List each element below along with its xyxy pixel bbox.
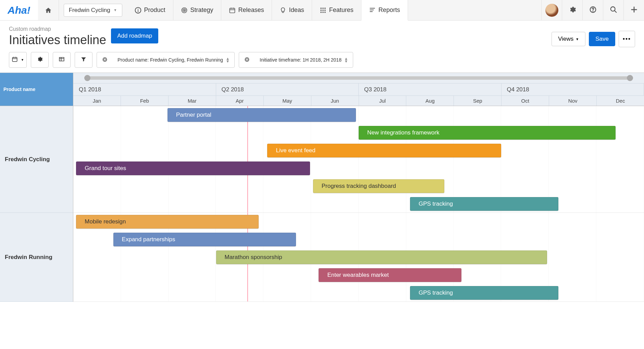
initiative-bar[interactable]: Grand tour sites	[76, 161, 310, 175]
month-header: Aug	[406, 96, 454, 106]
initiative-bar[interactable]: Enter wearables market	[319, 268, 461, 282]
svg-rect-2	[138, 10, 138, 12]
nav-label: Features	[329, 7, 354, 14]
add-button[interactable]	[623, 0, 644, 21]
date-picker-button[interactable]: ▼	[9, 52, 27, 68]
nav-label: Releases	[238, 7, 264, 14]
home-icon	[45, 7, 52, 14]
filter-icon	[80, 56, 87, 64]
filter-product[interactable]: Product name: Fredwin Cycling, Fredwin R…	[97, 52, 235, 68]
month-header: Jan	[73, 96, 121, 106]
calendar-icon	[12, 56, 18, 64]
initiative-bar[interactable]: Partner portal	[168, 108, 356, 122]
bulb-icon	[280, 7, 286, 14]
nav-ideas[interactable]: Ideas	[272, 0, 312, 20]
filter-product-label: Product name: Fredwin Cycling, Fredwin R…	[117, 57, 223, 63]
initiative-bar[interactable]: GPS tracking	[410, 197, 558, 211]
nav-label: Reports	[379, 7, 400, 14]
svg-rect-7	[320, 8, 321, 9]
svg-rect-19	[12, 57, 17, 61]
svg-rect-11	[322, 10, 323, 11]
sort-icon: ▲▼	[226, 57, 230, 63]
initiative-bar[interactable]: Marathon sponsorship	[216, 250, 547, 264]
nav-product[interactable]: Product	[127, 0, 173, 20]
initiative-bar[interactable]: New integrations framework	[359, 126, 616, 140]
month-header: May	[264, 96, 311, 106]
logo[interactable]: Aha!	[0, 0, 38, 20]
views-button[interactable]: Views ▼	[552, 32, 585, 46]
filter-button[interactable]	[75, 52, 92, 68]
initiative-bar[interactable]: Mobile redesign	[76, 215, 259, 229]
layout-button[interactable]	[53, 52, 71, 68]
timeline-corner: Product name	[0, 73, 73, 106]
page-title: Initiatives timeline	[9, 33, 106, 47]
config-button[interactable]	[31, 52, 49, 68]
nav-reports[interactable]: Reports	[361, 0, 408, 21]
svg-rect-15	[324, 12, 325, 13]
caret-down-icon: ▼	[21, 58, 24, 62]
caret-down-icon: ▼	[114, 8, 117, 12]
breadcrumb: Custom roadmap	[9, 26, 106, 32]
user-avatar[interactable]	[541, 0, 562, 21]
slider-handle-end[interactable]	[627, 75, 633, 81]
month-header: Sep	[454, 96, 501, 106]
svg-point-17	[593, 11, 593, 11]
search-icon	[610, 6, 617, 14]
caret-down-icon: ▼	[575, 37, 579, 41]
save-button[interactable]: Save	[589, 32, 615, 46]
search-button[interactable]	[603, 0, 623, 21]
quarter-header: Q4 2018	[501, 83, 644, 95]
initiative-bar[interactable]: Live event feed	[267, 144, 501, 157]
remove-filter-button[interactable]	[239, 57, 255, 63]
initiative-bar[interactable]: GPS tracking	[410, 286, 558, 300]
month-header: Mar	[169, 96, 216, 106]
plus-icon	[630, 6, 638, 14]
slider-handle-start[interactable]	[84, 75, 90, 81]
svg-rect-12	[324, 10, 325, 11]
corner-label: Product name	[3, 73, 35, 106]
month-header: Apr	[216, 96, 264, 106]
svg-point-5	[184, 10, 185, 11]
month-header: Jun	[311, 96, 359, 106]
initiative-bar[interactable]: Expand partnerships	[113, 233, 296, 246]
svg-rect-10	[320, 10, 321, 11]
table-icon	[59, 56, 65, 64]
month-header: Nov	[549, 96, 597, 106]
home-button[interactable]	[38, 0, 59, 20]
svg-rect-14	[322, 12, 323, 13]
month-header: Dec	[597, 96, 644, 106]
settings-button[interactable]	[562, 0, 582, 21]
nav-label: Ideas	[289, 7, 304, 14]
product-row-label: Fredwin Cycling	[0, 106, 73, 213]
today-line	[247, 106, 248, 212]
gear-icon	[37, 56, 43, 64]
report-icon	[369, 7, 376, 13]
close-icon	[102, 57, 108, 63]
month-header: Feb	[121, 96, 169, 106]
sort-icon: ▲▼	[344, 57, 348, 63]
nav-label: Strategy	[190, 7, 213, 14]
help-icon	[589, 6, 597, 14]
toolbar: ▼ Product name: Fredwin Cycling, Fredwin…	[0, 47, 644, 73]
nav-strategy[interactable]: Strategy	[173, 0, 221, 20]
grid-icon	[320, 7, 326, 14]
remove-filter-button[interactable]	[97, 57, 113, 63]
more-button[interactable]: •••	[619, 31, 635, 47]
svg-rect-6	[230, 8, 235, 13]
initiative-bar[interactable]: Progress tracking dashboard	[313, 179, 444, 193]
zoom-slider[interactable]	[73, 73, 644, 83]
product-selector[interactable]: Fredwin Cycling ▼	[64, 4, 122, 17]
product-selector-wrap: Fredwin Cycling ▼	[59, 0, 127, 20]
filter-timeframe[interactable]: Initiative timeframe: 1H 2018, 2H 2018 ▲…	[239, 52, 353, 68]
product-row-label: Fredwin Running	[0, 213, 73, 302]
close-icon	[244, 57, 250, 63]
page-header: Custom roadmap Initiatives timeline Add …	[0, 21, 644, 47]
month-header: Oct	[501, 96, 549, 106]
help-button[interactable]	[582, 0, 603, 21]
month-header: Jul	[359, 96, 407, 106]
add-roadmap-button[interactable]: Add roadmap	[111, 28, 158, 43]
svg-rect-13	[320, 12, 321, 13]
more-icon: •••	[623, 36, 631, 42]
nav-features[interactable]: Features	[312, 0, 361, 20]
nav-releases[interactable]: Releases	[221, 0, 272, 20]
